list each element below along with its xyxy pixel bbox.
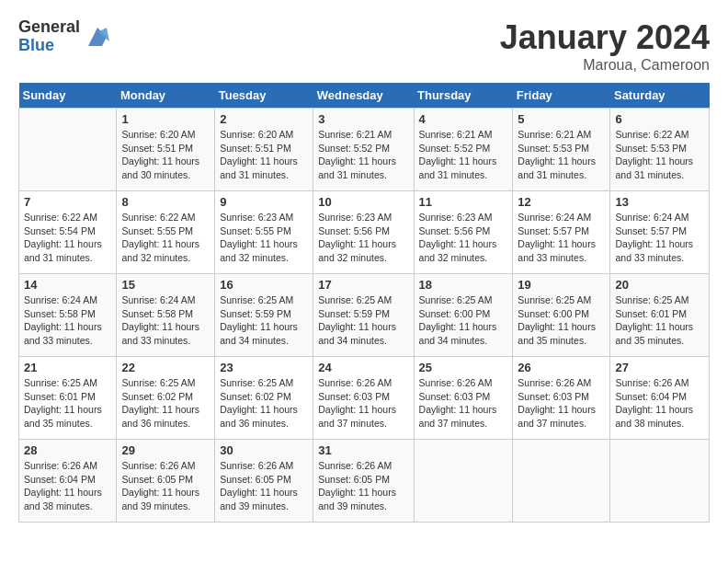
day-info: Sunrise: 6:26 AM Sunset: 6:03 PM Dayligh…: [419, 376, 508, 431]
day-number: 10: [318, 195, 408, 209]
day-info: Sunrise: 6:22 AM Sunset: 5:55 PM Dayligh…: [121, 211, 210, 265]
day-number: 1: [121, 112, 210, 126]
calendar-week-row: 14Sunrise: 6:24 AM Sunset: 5:58 PM Dayli…: [19, 274, 710, 357]
day-number: 6: [615, 112, 704, 126]
day-number: 19: [518, 278, 605, 292]
page-header: General Blue January 2024 Maroua, Camero…: [18, 18, 710, 74]
logo-blue: Blue: [18, 37, 80, 55]
calendar-cell: 21Sunrise: 6:25 AM Sunset: 6:01 PM Dayli…: [19, 357, 117, 440]
day-info: Sunrise: 6:21 AM Sunset: 5:53 PM Dayligh…: [518, 128, 605, 182]
day-number: 14: [24, 278, 111, 292]
calendar-cell: 13Sunrise: 6:24 AM Sunset: 5:57 PM Dayli…: [610, 191, 710, 274]
calendar-cell: [414, 440, 513, 523]
calendar-cell: 2Sunrise: 6:20 AM Sunset: 5:51 PM Daylig…: [215, 109, 313, 191]
calendar-cell: 10Sunrise: 6:23 AM Sunset: 5:56 PM Dayli…: [313, 191, 414, 274]
logo-general: General: [18, 18, 80, 37]
day-number: 23: [220, 361, 308, 374]
day-info: Sunrise: 6:25 AM Sunset: 6:01 PM Dayligh…: [24, 376, 111, 431]
calendar-cell: 19Sunrise: 6:25 AM Sunset: 6:00 PM Dayli…: [513, 274, 610, 357]
calendar-cell: 29Sunrise: 6:26 AM Sunset: 6:05 PM Dayli…: [117, 440, 215, 523]
calendar-cell: 5Sunrise: 6:21 AM Sunset: 5:53 PM Daylig…: [513, 109, 610, 191]
day-info: Sunrise: 6:24 AM Sunset: 5:58 PM Dayligh…: [121, 293, 210, 348]
day-info: Sunrise: 6:25 AM Sunset: 6:01 PM Dayligh…: [615, 293, 704, 348]
day-info: Sunrise: 6:21 AM Sunset: 5:52 PM Dayligh…: [318, 128, 408, 182]
calendar-cell: [513, 440, 610, 523]
calendar-subtitle: Maroua, Cameroon: [500, 57, 710, 74]
calendar-title: January 2024: [500, 18, 710, 57]
day-info: Sunrise: 6:21 AM Sunset: 5:52 PM Dayligh…: [419, 128, 508, 182]
day-info: Sunrise: 6:25 AM Sunset: 6:00 PM Dayligh…: [518, 293, 605, 348]
calendar-cell: 15Sunrise: 6:24 AM Sunset: 5:58 PM Dayli…: [117, 274, 215, 357]
day-info: Sunrise: 6:24 AM Sunset: 5:57 PM Dayligh…: [518, 211, 605, 265]
day-info: Sunrise: 6:25 AM Sunset: 5:59 PM Dayligh…: [318, 293, 408, 348]
day-number: 12: [518, 195, 605, 209]
calendar-cell: 9Sunrise: 6:23 AM Sunset: 5:55 PM Daylig…: [215, 191, 313, 274]
logo: General Blue: [18, 18, 111, 55]
day-number: 15: [121, 278, 210, 292]
day-info: Sunrise: 6:26 AM Sunset: 6:04 PM Dayligh…: [615, 376, 704, 431]
day-number: 9: [220, 195, 308, 209]
calendar-cell: 23Sunrise: 6:25 AM Sunset: 6:02 PM Dayli…: [215, 357, 313, 440]
day-info: Sunrise: 6:25 AM Sunset: 6:02 PM Dayligh…: [121, 376, 210, 431]
day-info: Sunrise: 6:20 AM Sunset: 5:51 PM Dayligh…: [220, 128, 308, 182]
weekday-header: Monday: [117, 83, 215, 109]
calendar-cell: 26Sunrise: 6:26 AM Sunset: 6:03 PM Dayli…: [513, 357, 610, 440]
day-number: 22: [121, 361, 210, 374]
calendar-cell: 28Sunrise: 6:26 AM Sunset: 6:04 PM Dayli…: [19, 440, 117, 523]
calendar-week-row: 1Sunrise: 6:20 AM Sunset: 5:51 PM Daylig…: [19, 109, 710, 191]
calendar-cell: 25Sunrise: 6:26 AM Sunset: 6:03 PM Dayli…: [414, 357, 513, 440]
day-info: Sunrise: 6:25 AM Sunset: 6:02 PM Dayligh…: [220, 376, 308, 431]
day-info: Sunrise: 6:24 AM Sunset: 5:58 PM Dayligh…: [24, 293, 111, 348]
day-info: Sunrise: 6:26 AM Sunset: 6:04 PM Dayligh…: [24, 459, 111, 513]
weekday-header: Thursday: [414, 83, 513, 109]
day-number: 21: [24, 361, 111, 374]
weekday-header: Wednesday: [313, 83, 414, 109]
calendar-cell: [610, 440, 710, 523]
weekday-header-row: SundayMondayTuesdayWednesdayThursdayFrid…: [19, 83, 710, 109]
day-number: 7: [24, 195, 111, 209]
calendar-week-row: 7Sunrise: 6:22 AM Sunset: 5:54 PM Daylig…: [19, 191, 710, 274]
day-number: 8: [121, 195, 210, 209]
day-number: 5: [518, 112, 605, 126]
day-info: Sunrise: 6:24 AM Sunset: 5:57 PM Dayligh…: [615, 211, 704, 265]
calendar-cell: 6Sunrise: 6:22 AM Sunset: 5:53 PM Daylig…: [610, 109, 710, 191]
calendar-week-row: 28Sunrise: 6:26 AM Sunset: 6:04 PM Dayli…: [19, 440, 710, 523]
logo-icon: [84, 23, 111, 51]
day-number: 2: [220, 112, 308, 126]
day-info: Sunrise: 6:26 AM Sunset: 6:05 PM Dayligh…: [121, 459, 210, 513]
weekday-header: Friday: [513, 83, 610, 109]
day-info: Sunrise: 6:26 AM Sunset: 6:05 PM Dayligh…: [220, 459, 308, 513]
day-number: 20: [615, 278, 704, 292]
day-number: 26: [518, 361, 605, 374]
calendar-cell: 11Sunrise: 6:23 AM Sunset: 5:56 PM Dayli…: [414, 191, 513, 274]
day-number: 31: [318, 443, 408, 457]
calendar-cell: 8Sunrise: 6:22 AM Sunset: 5:55 PM Daylig…: [117, 191, 215, 274]
calendar-cell: 18Sunrise: 6:25 AM Sunset: 6:00 PM Dayli…: [414, 274, 513, 357]
calendar-cell: 4Sunrise: 6:21 AM Sunset: 5:52 PM Daylig…: [414, 109, 513, 191]
calendar-cell: 7Sunrise: 6:22 AM Sunset: 5:54 PM Daylig…: [19, 191, 117, 274]
title-block: January 2024 Maroua, Cameroon: [500, 18, 710, 74]
calendar-cell: 14Sunrise: 6:24 AM Sunset: 5:58 PM Dayli…: [19, 274, 117, 357]
day-info: Sunrise: 6:23 AM Sunset: 5:55 PM Dayligh…: [220, 211, 308, 265]
day-number: 25: [419, 361, 508, 374]
calendar-cell: 30Sunrise: 6:26 AM Sunset: 6:05 PM Dayli…: [215, 440, 313, 523]
calendar-cell: 24Sunrise: 6:26 AM Sunset: 6:03 PM Dayli…: [313, 357, 414, 440]
day-number: 30: [220, 443, 308, 457]
day-info: Sunrise: 6:25 AM Sunset: 5:59 PM Dayligh…: [220, 293, 308, 348]
day-number: 11: [419, 195, 508, 209]
day-info: Sunrise: 6:23 AM Sunset: 5:56 PM Dayligh…: [419, 211, 508, 265]
day-info: Sunrise: 6:22 AM Sunset: 5:53 PM Dayligh…: [615, 128, 704, 182]
day-number: 4: [419, 112, 508, 126]
day-number: 24: [318, 361, 408, 374]
calendar-cell: 3Sunrise: 6:21 AM Sunset: 5:52 PM Daylig…: [313, 109, 414, 191]
day-info: Sunrise: 6:25 AM Sunset: 6:00 PM Dayligh…: [419, 293, 508, 348]
calendar-cell: 16Sunrise: 6:25 AM Sunset: 5:59 PM Dayli…: [215, 274, 313, 357]
day-info: Sunrise: 6:22 AM Sunset: 5:54 PM Dayligh…: [24, 211, 111, 265]
day-info: Sunrise: 6:20 AM Sunset: 5:51 PM Dayligh…: [121, 128, 210, 182]
calendar-cell: 22Sunrise: 6:25 AM Sunset: 6:02 PM Dayli…: [117, 357, 215, 440]
day-number: 29: [121, 443, 210, 457]
day-info: Sunrise: 6:26 AM Sunset: 6:05 PM Dayligh…: [318, 459, 408, 513]
calendar-week-row: 21Sunrise: 6:25 AM Sunset: 6:01 PM Dayli…: [19, 357, 710, 440]
calendar-cell: 31Sunrise: 6:26 AM Sunset: 6:05 PM Dayli…: [313, 440, 414, 523]
day-number: 3: [318, 112, 408, 126]
